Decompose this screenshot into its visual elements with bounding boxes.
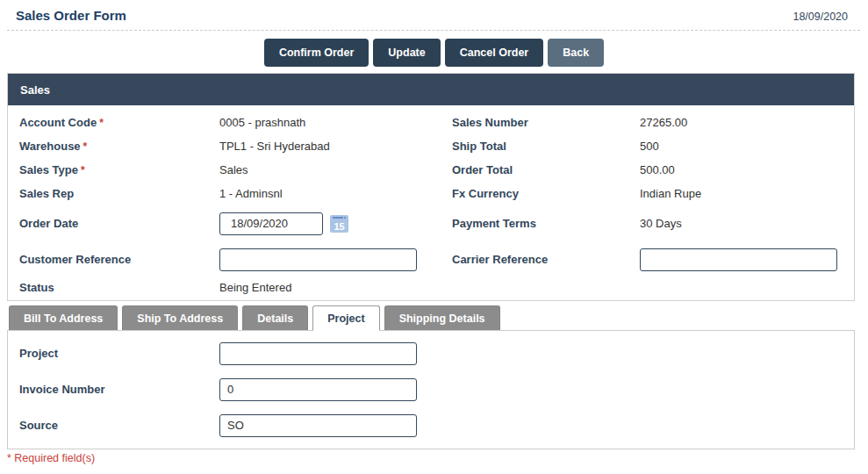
sales-fields: Account Code* 0005 - prashnath Sales Num… [8,105,854,300]
sales-type-value: Sales [219,163,441,176]
section-header-bar: Sales [8,74,854,105]
field-row: Invoice Number [8,371,854,407]
invoice-number-label: Invoice Number [8,383,219,396]
toolbar: Confirm Order Update Cancel Order Back [0,39,868,67]
sales-rep-value: 1 - Adminsnl [219,187,441,200]
source-label: Source [8,419,219,432]
order-total-value: 500.00 [640,163,854,176]
ship-total-value: 500 [640,140,854,153]
confirm-order-button[interactable]: Confirm Order [264,39,369,67]
payment-terms-label: Payment Terms [441,217,640,230]
required-asterisk: * [83,140,88,153]
sales-number-value: 27265.00 [640,116,854,129]
fx-currency-label: Fx Currency [441,187,640,200]
order-date-input[interactable] [219,212,323,235]
tab-project[interactable]: Project [312,305,379,331]
account-code-value: 0005 - prashnath [219,116,441,129]
required-asterisk: * [81,164,85,176]
fx-currency-value: Indian Rupe [640,187,854,200]
carrier-reference-input[interactable] [640,248,837,271]
field-row: Source [8,407,854,443]
customer-reference-label: Customer Reference [8,253,219,266]
page-header: Sales Order Form 18/09/2020 [7,0,860,31]
cancel-order-button[interactable]: Cancel Order [445,39,544,67]
source-input[interactable] [219,414,417,437]
section-title: Sales [20,83,50,97]
required-asterisk: * [99,117,104,129]
project-tab-panel: Project Invoice Number Source [7,330,855,449]
field-row: Order Date 15 Payment Terms 30 Days [8,205,854,241]
tab-bar: Bill To Address Ship To Address Details … [9,305,855,330]
warehouse-label: Warehouse* [8,140,219,153]
account-code-label: Account Code* [8,116,219,129]
invoice-number-input[interactable] [219,378,417,401]
field-row: Customer Reference Carrier Reference [8,241,854,277]
field-row: Sales Type* Sales Order Total 500.00 [8,158,854,182]
sales-number-label: Sales Number [441,116,640,129]
update-button[interactable]: Update [373,39,440,67]
back-button[interactable]: Back [548,39,604,67]
status-label: Status [8,281,219,294]
project-input[interactable] [219,342,417,365]
customer-reference-input[interactable] [219,248,417,271]
tab-ship-to-address[interactable]: Ship To Address [122,305,238,330]
order-date-field: 15 [219,212,441,235]
sales-rep-label: Sales Rep [8,187,219,200]
calendar-icon[interactable]: 15 [330,215,348,233]
status-value: Being Entered [219,281,441,294]
carrier-reference-label: Carrier Reference [441,253,640,266]
required-note: * Required field(s) [7,452,868,464]
warehouse-value: TPL1 - Sri Hyderabad [219,140,441,153]
calendar-day: 15 [330,220,348,233]
order-total-label: Order Total [441,163,640,176]
tab-bill-to-address[interactable]: Bill To Address [9,305,118,330]
field-row: Project [8,335,854,371]
page-title: Sales Order Form [16,8,126,23]
field-row: Warehouse* TPL1 - Sri Hyderabad Ship Tot… [8,134,854,158]
tab-shipping-details[interactable]: Shipping Details [384,305,500,330]
order-date-label: Order Date [8,217,219,230]
project-label: Project [8,347,219,360]
tab-details[interactable]: Details [242,305,308,330]
ship-total-label: Ship Total [441,140,640,153]
header-date: 18/09/2020 [793,8,848,23]
field-row: Account Code* 0005 - prashnath Sales Num… [8,111,854,134]
sales-section: Sales Account Code* 0005 - prashnath Sal… [7,73,855,301]
field-row: Status Being Entered [8,277,854,300]
sales-type-label: Sales Type* [8,163,219,176]
payment-terms-value: 30 Days [640,217,854,230]
field-row: Sales Rep 1 - Adminsnl Fx Currency India… [8,182,854,205]
